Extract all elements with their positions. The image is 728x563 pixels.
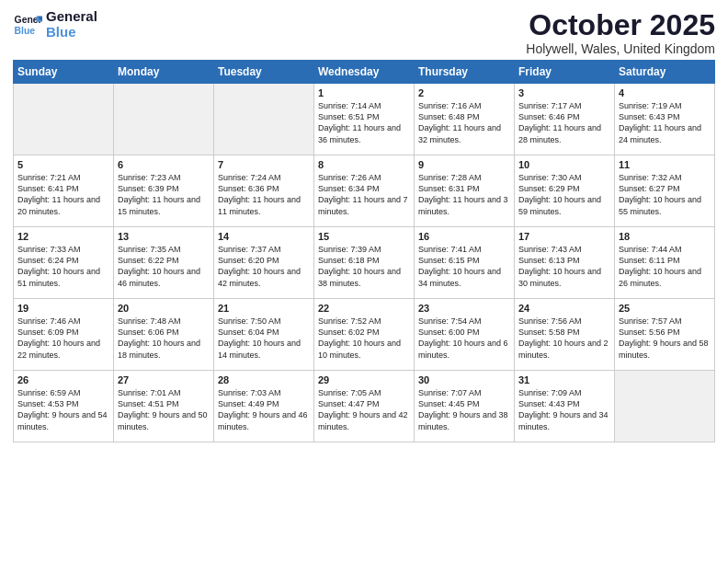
page-container: General Blue General Blue October 2025 H… [0,0,728,448]
day-header-wednesday: Wednesday [314,61,415,84]
calendar-cell [14,84,114,155]
day-number: 11 [619,159,711,170]
cell-content: Sunrise: 7:05 AM Sunset: 4:47 PM Dayligh… [318,387,410,432]
week-row-2: 5Sunrise: 7:21 AM Sunset: 6:41 PM Daylig… [14,155,715,227]
cell-content: Sunrise: 7:09 AM Sunset: 4:43 PM Dayligh… [518,387,610,432]
calendar-cell: 29Sunrise: 7:05 AM Sunset: 4:47 PM Dayli… [314,371,415,442]
calendar-cell: 22Sunrise: 7:52 AM Sunset: 6:02 PM Dayli… [314,299,415,371]
day-number: 17 [518,231,610,242]
cell-content: Sunrise: 7:39 AM Sunset: 6:18 PM Dayligh… [318,244,410,289]
cell-content: Sunrise: 7:35 AM Sunset: 6:22 PM Dayligh… [118,244,210,289]
day-number: 7 [218,159,310,170]
cell-content: Sunrise: 7:41 AM Sunset: 6:15 PM Dayligh… [418,244,510,289]
calendar-cell: 14Sunrise: 7:37 AM Sunset: 6:20 PM Dayli… [214,227,314,299]
calendar-cell: 21Sunrise: 7:50 AM Sunset: 6:04 PM Dayli… [214,299,314,371]
calendar-cell: 10Sunrise: 7:30 AM Sunset: 6:29 PM Dayli… [515,155,615,227]
calendar-cell: 26Sunrise: 6:59 AM Sunset: 4:53 PM Dayli… [14,371,114,442]
calendar-cell [615,371,715,442]
calendar-cell: 18Sunrise: 7:44 AM Sunset: 6:11 PM Dayli… [615,227,715,299]
calendar-cell: 15Sunrise: 7:39 AM Sunset: 6:18 PM Dayli… [314,227,415,299]
day-number: 19 [17,303,109,314]
calendar-cell: 30Sunrise: 7:07 AM Sunset: 4:45 PM Dayli… [415,371,515,442]
calendar-cell: 24Sunrise: 7:56 AM Sunset: 5:58 PM Dayli… [515,299,615,371]
day-number: 21 [218,303,310,314]
day-number: 15 [318,231,410,242]
day-number: 30 [418,374,510,385]
day-header-friday: Friday [515,61,615,84]
cell-content: Sunrise: 7:56 AM Sunset: 5:58 PM Dayligh… [518,316,610,361]
calendar-cell [214,84,314,155]
day-number: 23 [418,303,510,314]
calendar-cell: 19Sunrise: 7:46 AM Sunset: 6:09 PM Dayli… [14,299,114,371]
day-number: 2 [418,87,510,98]
cell-content: Sunrise: 7:07 AM Sunset: 4:45 PM Dayligh… [418,387,510,432]
calendar-cell: 23Sunrise: 7:54 AM Sunset: 6:00 PM Dayli… [415,299,515,371]
calendar-cell: 12Sunrise: 7:33 AM Sunset: 6:24 PM Dayli… [14,227,114,299]
day-number: 6 [118,159,210,170]
calendar-cell: 27Sunrise: 7:01 AM Sunset: 4:51 PM Dayli… [114,371,214,442]
day-number: 31 [518,374,610,385]
cell-content: Sunrise: 7:50 AM Sunset: 6:04 PM Dayligh… [218,316,310,361]
cell-content: Sunrise: 7:01 AM Sunset: 4:51 PM Dayligh… [118,387,210,432]
cell-content: Sunrise: 7:33 AM Sunset: 6:24 PM Dayligh… [17,244,109,289]
cell-content: Sunrise: 7:26 AM Sunset: 6:34 PM Dayligh… [318,172,410,217]
week-row-3: 12Sunrise: 7:33 AM Sunset: 6:24 PM Dayli… [14,227,715,299]
calendar-cell: 5Sunrise: 7:21 AM Sunset: 6:41 PM Daylig… [14,155,114,227]
calendar-cell: 3Sunrise: 7:17 AM Sunset: 6:46 PM Daylig… [515,84,615,155]
month-title: October 2025 [526,9,715,41]
day-number: 20 [118,303,210,314]
calendar-cell: 31Sunrise: 7:09 AM Sunset: 4:43 PM Dayli… [515,371,615,442]
cell-content: Sunrise: 7:03 AM Sunset: 4:49 PM Dayligh… [218,387,310,432]
cell-content: Sunrise: 7:48 AM Sunset: 6:06 PM Dayligh… [118,316,210,361]
day-number: 24 [518,303,610,314]
calendar-cell: 11Sunrise: 7:32 AM Sunset: 6:27 PM Dayli… [615,155,715,227]
calendar-cell [114,84,214,155]
day-number: 29 [318,374,410,385]
calendar-cell: 17Sunrise: 7:43 AM Sunset: 6:13 PM Dayli… [515,227,615,299]
day-number: 12 [17,231,109,242]
logo-line2: Blue [46,25,97,40]
week-row-4: 19Sunrise: 7:46 AM Sunset: 6:09 PM Dayli… [14,299,715,371]
cell-content: Sunrise: 7:23 AM Sunset: 6:39 PM Dayligh… [118,172,210,217]
calendar-cell: 28Sunrise: 7:03 AM Sunset: 4:49 PM Dayli… [214,371,314,442]
cell-content: Sunrise: 7:46 AM Sunset: 6:09 PM Dayligh… [17,316,109,361]
day-number: 3 [518,87,610,98]
location: Holywell, Wales, United Kingdom [526,41,715,56]
cell-content: Sunrise: 7:17 AM Sunset: 6:46 PM Dayligh… [518,100,610,145]
week-row-1: 1Sunrise: 7:14 AM Sunset: 6:51 PM Daylig… [14,84,715,155]
cell-content: Sunrise: 6:59 AM Sunset: 4:53 PM Dayligh… [17,387,109,432]
cell-content: Sunrise: 7:54 AM Sunset: 6:00 PM Dayligh… [418,316,510,361]
day-number: 8 [318,159,410,170]
day-number: 10 [518,159,610,170]
cell-content: Sunrise: 7:16 AM Sunset: 6:48 PM Dayligh… [418,100,510,145]
cell-content: Sunrise: 7:37 AM Sunset: 6:20 PM Dayligh… [218,244,310,289]
calendar-cell: 6Sunrise: 7:23 AM Sunset: 6:39 PM Daylig… [114,155,214,227]
days-header-row: SundayMondayTuesdayWednesdayThursdayFrid… [14,61,715,84]
day-number: 1 [318,87,410,98]
calendar-cell: 7Sunrise: 7:24 AM Sunset: 6:36 PM Daylig… [214,155,314,227]
day-number: 27 [118,374,210,385]
day-number: 9 [418,159,510,170]
logo-line1: General [46,9,97,25]
week-row-5: 26Sunrise: 6:59 AM Sunset: 4:53 PM Dayli… [14,371,715,442]
logo: General Blue General Blue [13,9,97,40]
day-number: 28 [218,374,310,385]
day-number: 25 [619,303,711,314]
day-header-sunday: Sunday [14,61,114,84]
cell-content: Sunrise: 7:19 AM Sunset: 6:43 PM Dayligh… [619,100,711,145]
calendar-cell: 8Sunrise: 7:26 AM Sunset: 6:34 PM Daylig… [314,155,415,227]
day-header-monday: Monday [114,61,214,84]
cell-content: Sunrise: 7:30 AM Sunset: 6:29 PM Dayligh… [518,172,610,217]
svg-text:Blue: Blue [15,25,36,35]
cell-content: Sunrise: 7:52 AM Sunset: 6:02 PM Dayligh… [318,316,410,361]
day-number: 4 [619,87,711,98]
day-header-thursday: Thursday [415,61,515,84]
day-number: 5 [17,159,109,170]
cell-content: Sunrise: 7:43 AM Sunset: 6:13 PM Dayligh… [518,244,610,289]
cell-content: Sunrise: 7:24 AM Sunset: 6:36 PM Dayligh… [218,172,310,217]
cell-content: Sunrise: 7:21 AM Sunset: 6:41 PM Dayligh… [17,172,109,217]
day-number: 14 [218,231,310,242]
day-number: 13 [118,231,210,242]
calendar-cell: 20Sunrise: 7:48 AM Sunset: 6:06 PM Dayli… [114,299,214,371]
calendar-cell: 2Sunrise: 7:16 AM Sunset: 6:48 PM Daylig… [415,84,515,155]
